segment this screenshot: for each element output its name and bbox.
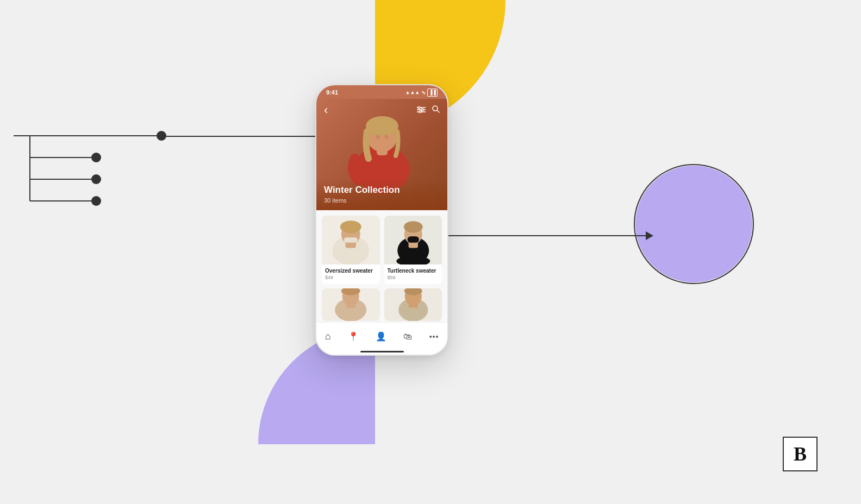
battery-icon: ▐▐ (427, 89, 438, 97)
products-grid: Oversized sweater $49 (322, 216, 442, 321)
location-icon: 📍 (348, 331, 359, 342)
brand-logo-box: B (783, 437, 818, 471)
hero-text-overlay: Winter Collection 30 items (316, 179, 447, 210)
nav-location[interactable]: 📍 (348, 331, 359, 342)
brand-letter: B (794, 443, 807, 465)
product-card-2[interactable]: Turtleneck sweater $59 (384, 216, 442, 284)
collection-title: Winter Collection (324, 185, 440, 196)
status-icons: ▲▲▲ ∿ ▐▐ (405, 89, 438, 97)
filter-icon[interactable] (417, 106, 426, 115)
back-button[interactable]: ‹ (324, 103, 328, 117)
nav-home[interactable]: ⌂ (325, 331, 331, 342)
svg-point-26 (340, 220, 361, 233)
svg-line-16 (437, 110, 439, 112)
nav-actions (417, 105, 440, 115)
right-arrow-line (448, 235, 652, 236)
product-price-1: $49 (325, 275, 377, 280)
home-bar-indicator (360, 351, 404, 352)
products-area: Oversized sweater $49 (316, 210, 447, 335)
svg-point-14 (419, 111, 421, 113)
product-card-1[interactable]: Oversized sweater $49 (322, 216, 380, 284)
home-icon: ⌂ (325, 331, 331, 342)
left-diagram (14, 126, 188, 213)
product-name-1: Oversized sweater (325, 267, 377, 274)
svg-rect-32 (407, 236, 419, 243)
nav-more[interactable]: ••• (429, 332, 439, 341)
svg-point-31 (403, 221, 422, 232)
bottom-nav: ⌂ 📍 👤 🛍 ••• (316, 322, 447, 355)
svg-point-12 (418, 106, 420, 109)
nav-bag[interactable]: 🛍 (403, 332, 412, 342)
phone-device: 9:41 ▲▲▲ ∿ ▐▐ ‹ (315, 84, 448, 361)
purple-circle-border (634, 164, 754, 284)
status-bar: 9:41 ▲▲▲ ∿ ▐▐ (316, 85, 447, 99)
nav-bar: ‹ (316, 99, 447, 122)
signal-icon: ▲▲▲ (405, 90, 420, 95)
hero-image-area: ‹ (316, 99, 447, 210)
more-icon: ••• (429, 332, 439, 341)
product-info-1: Oversized sweater $49 (322, 264, 380, 284)
status-time: 9:41 (326, 89, 338, 96)
svg-point-7 (91, 174, 101, 184)
product-name-2: Turtleneck sweater (388, 267, 439, 274)
nav-profile[interactable]: 👤 (376, 331, 386, 342)
profile-icon: 👤 (376, 331, 386, 342)
svg-point-21 (376, 134, 380, 139)
collection-count: 30 items (324, 197, 440, 204)
svg-rect-27 (344, 237, 358, 243)
product-info-2: Turtleneck sweater $59 (384, 264, 442, 284)
svg-point-22 (384, 134, 389, 139)
product-price-2: $59 (388, 275, 439, 280)
wifi-icon: ∿ (421, 90, 426, 96)
search-icon[interactable] (432, 105, 440, 115)
bag-icon: 🛍 (403, 332, 412, 342)
product-card-4[interactable] (384, 288, 442, 321)
purple-circle-shape (635, 166, 752, 282)
svg-point-8 (91, 196, 101, 206)
phone-screen: 9:41 ▲▲▲ ∿ ▐▐ ‹ (315, 84, 448, 356)
product-card-3[interactable] (322, 288, 380, 321)
svg-point-13 (421, 109, 423, 111)
connection-line-left (159, 136, 318, 137)
svg-point-6 (91, 153, 101, 162)
